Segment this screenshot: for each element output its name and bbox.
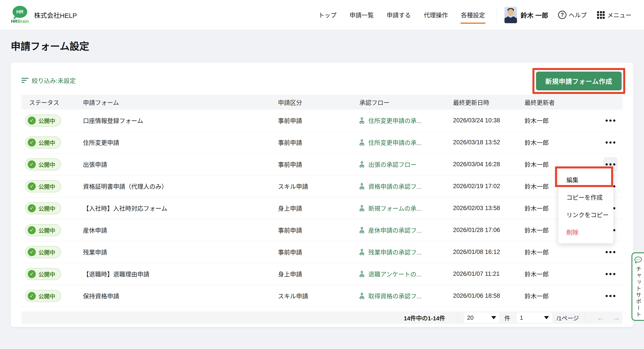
- updated-at: 2026/01/28 17:06: [453, 227, 524, 234]
- table-header-row: ステータス 申請フォーム 申請区分 承認フロー 最終更新日時 最終更新者: [22, 95, 622, 110]
- updated-at: 2026/01/08 16:12: [453, 248, 524, 255]
- row-more-button[interactable]: [603, 135, 618, 150]
- col-flow: 承認フロー: [359, 98, 453, 107]
- org-chart-icon: [359, 293, 366, 299]
- approval-flow-link[interactable]: 新規フォームの承...: [359, 204, 453, 213]
- nav-item-0[interactable]: トップ: [318, 9, 336, 21]
- nav-item-4[interactable]: 各種設定: [461, 9, 485, 21]
- row-more-button[interactable]: [603, 289, 618, 303]
- menu-item-2[interactable]: リンクをコピー: [558, 206, 613, 223]
- updated-at: 2026/03/24 10:38: [453, 117, 524, 124]
- row-more-button[interactable]: [603, 245, 618, 259]
- approval-flow-link[interactable]: 産休申請の承認フ...: [359, 226, 453, 234]
- status-badge: ✓ 公開中: [25, 290, 61, 302]
- updater-name: 鈴木一郎: [524, 160, 586, 169]
- nav-item-3[interactable]: 代理操作: [424, 9, 448, 21]
- updated-at: 2026/02/03 13:58: [453, 205, 524, 212]
- approval-flow-label: 資格申請の承認フ...: [368, 182, 422, 191]
- check-icon: ✓: [28, 226, 36, 234]
- table-row: ✓ 公開中 残業申請 事前申請 残業申請の承認フ... 2026/01/08 1…: [22, 241, 622, 263]
- status-label: 公開中: [38, 204, 55, 212]
- menu-item-0[interactable]: 編集: [558, 171, 613, 188]
- status-label: 公開中: [38, 226, 55, 234]
- status-badge: ✓ 公開中: [25, 136, 61, 149]
- category-label: 身上申請: [278, 204, 359, 213]
- user-name[interactable]: 鈴木 一郎: [520, 10, 548, 20]
- avatar[interactable]: [504, 7, 517, 23]
- updater-name: 鈴木一郎: [524, 291, 586, 300]
- table-row: ✓ 公開中 口座情報登録フォーム 事前申請 住所変更申請の承... 2026/0…: [22, 110, 622, 132]
- page-size-select[interactable]: 20: [463, 312, 500, 323]
- prev-page-arrow[interactable]: ←: [596, 314, 605, 322]
- main-nav: トップ申請一覧申請する代理操作各種設定: [318, 9, 485, 21]
- approval-flow-link[interactable]: 資格申請の承認フ...: [359, 182, 453, 191]
- approval-flow-link[interactable]: 取得資格の承認フ...: [359, 291, 453, 300]
- table-row: ✓ 公開中 出張申請 事前申請 出張の承認フロー 2026/03/04 16:2…: [22, 153, 622, 175]
- create-form-button[interactable]: 新規申請フォーム作成: [536, 72, 622, 90]
- menu-item-1[interactable]: コピーを作成: [558, 188, 613, 206]
- check-icon: ✓: [28, 248, 36, 256]
- updated-at: 2026/02/19 17:02: [453, 183, 524, 190]
- approval-flow-link[interactable]: 住所変更申請の承...: [359, 116, 453, 125]
- approval-flow-link[interactable]: 残業申請の承認フ...: [359, 248, 453, 256]
- page-total-label: /1ページ: [557, 314, 579, 322]
- grid-menu-icon: [597, 11, 605, 19]
- col-updated: 最終更新日時: [453, 98, 524, 107]
- org-chart-icon: [359, 249, 366, 255]
- form-name: 産休申請: [83, 226, 278, 234]
- updated-at: 2026/03/18 13:52: [453, 139, 524, 146]
- form-name: 出張申請: [83, 160, 278, 169]
- filter-link[interactable]: 絞り込み:未設定: [22, 76, 76, 85]
- table-row: ✓ 公開中 保持資格申請 スキル申請 取得資格の承認フ... 2026/01/0…: [22, 285, 622, 307]
- check-icon: ✓: [28, 270, 36, 278]
- approval-flow-label: 産休申請の承認フ...: [368, 226, 422, 234]
- status-badge: ✓ 公開中: [25, 224, 61, 236]
- nav-item-2[interactable]: 申請する: [386, 9, 411, 21]
- approval-flow-link[interactable]: 退職アンケートの...: [359, 270, 453, 278]
- form-settings-card: 絞り込み:未設定 新規申請フォーム作成 ステータス 申請フォーム 申請区分 承認…: [11, 63, 633, 327]
- status-badge: ✓ 公開中: [25, 158, 61, 170]
- category-label: 事前申請: [278, 116, 359, 125]
- page-number-select[interactable]: 1: [516, 312, 553, 323]
- col-updater: 最終更新者: [524, 98, 586, 107]
- next-page-arrow[interactable]: →: [612, 314, 620, 322]
- approval-flow-label: 住所変更申請の承...: [368, 116, 422, 125]
- form-name: 保持資格申請: [83, 291, 278, 300]
- caret-down-icon: [491, 316, 496, 319]
- help-button[interactable]: ? ヘルプ: [558, 11, 587, 19]
- check-icon: ✓: [28, 139, 36, 147]
- approval-flow-label: 住所変更申請の承...: [368, 138, 422, 147]
- approval-flow-label: 取得資格の承認フ...: [368, 291, 422, 300]
- org-chart-icon: [359, 271, 366, 277]
- page-size-value: 20: [467, 314, 474, 321]
- row-more-button[interactable]: [603, 113, 618, 128]
- table-row: ✓ 公開中 産休申請 事前申請 産休申請の承認フ... 2026/01/28 1…: [22, 219, 622, 241]
- logo-bubble-text: HR: [16, 9, 24, 15]
- updated-at: 2026/01/06 18:58: [453, 292, 524, 299]
- pagination-divider: [457, 313, 458, 322]
- row-more-button[interactable]: [603, 267, 618, 281]
- category-label: スキル申請: [278, 182, 359, 191]
- col-status: ステータス: [22, 98, 83, 107]
- table-row: ✓ 公開中 住所変更申請 事前申請 住所変更申請の承... 2026/03/18…: [22, 132, 622, 153]
- approval-flow-link[interactable]: 住所変更申請の承...: [359, 138, 453, 147]
- nav-item-1[interactable]: 申請一覧: [350, 9, 374, 21]
- approval-flow-link[interactable]: 出張の承認フロー: [359, 160, 453, 169]
- page-title: 申請フォーム設定: [11, 40, 644, 53]
- caret-down-icon: [544, 316, 549, 319]
- category-label: 事前申請: [278, 226, 359, 234]
- menu-item-3[interactable]: 削除: [558, 223, 613, 241]
- updater-name: 鈴木一郎: [524, 138, 586, 147]
- pagination-bar: 14件中の1-14件 20 件 1 /1ページ ← →: [22, 311, 622, 324]
- updater-name: 鈴木一郎: [524, 270, 586, 278]
- form-name: 【退職時】退職理由申請: [83, 270, 278, 278]
- hrbrain-logo[interactable]: HR HRBrain: [11, 6, 29, 24]
- logo-bubble-icon: HR: [12, 6, 27, 18]
- status-badge: ✓ 公開中: [25, 202, 61, 214]
- menu-button[interactable]: メニュー: [597, 11, 632, 19]
- chat-support-tab[interactable]: チャットサポート: [632, 252, 644, 321]
- row-context-menu: 編集コピーを作成リンクをコピー削除: [558, 168, 613, 243]
- status-label: 公開中: [38, 160, 55, 168]
- form-name: 住所変更申請: [83, 138, 278, 147]
- forms-table: ステータス 申請フォーム 申請区分 承認フロー 最終更新日時 最終更新者 ✓ 公…: [22, 95, 622, 307]
